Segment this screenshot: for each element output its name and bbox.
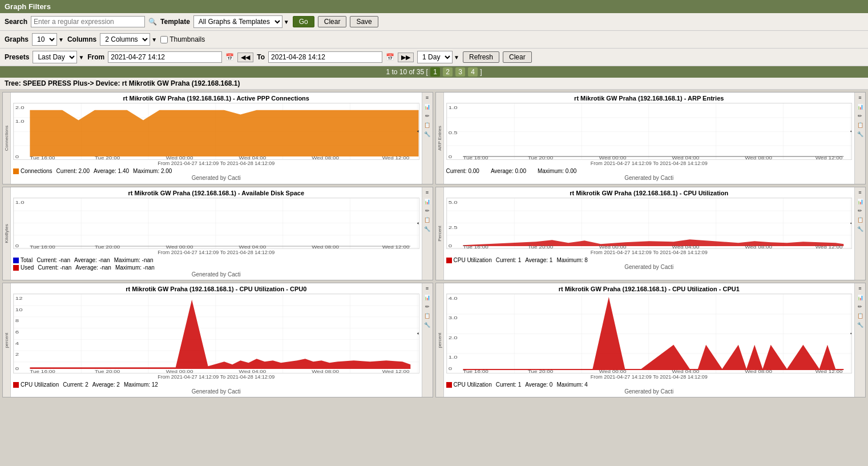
svg-text:1.0: 1.0: [448, 355, 457, 360]
from-date-input[interactable]: [108, 51, 222, 63]
thumbnails-checkbox-label[interactable]: Thumbnails: [160, 35, 205, 43]
icon-menu-4[interactable]: ≡: [856, 188, 864, 196]
y-label-6: percent: [437, 332, 442, 348]
graph-legend-5: CPU Utilization Current: 2 Average: 2 Ma…: [13, 381, 419, 388]
columns-select[interactable]: 2 Columns: [100, 33, 150, 46]
to-date-input[interactable]: [268, 51, 382, 63]
pagination-text: 1 to 10 of 35 [: [386, 68, 427, 76]
icon-copy-2[interactable]: 📋: [856, 121, 864, 129]
svg-text:10: 10: [15, 307, 23, 312]
icon-edit-4[interactable]: ✏: [856, 207, 864, 215]
graphs-select[interactable]: 10: [32, 33, 57, 46]
icon-chart-6[interactable]: 📊: [856, 294, 864, 302]
icon-menu-2[interactable]: ≡: [856, 94, 864, 102]
page-3[interactable]: 3: [455, 67, 465, 77]
next-arrow[interactable]: ▶▶: [398, 53, 414, 62]
clear-button-2[interactable]: Clear: [503, 51, 532, 63]
icon-copy-1[interactable]: 📋: [423, 121, 431, 129]
svg-text:Tue 20:00: Tue 20:00: [527, 369, 553, 373]
icon-menu-6[interactable]: ≡: [856, 284, 864, 292]
icon-edit-2[interactable]: ✏: [856, 112, 864, 120]
graph-date-2: From 2021-04-27 14:12:09 To 2021-04-28 1…: [446, 160, 853, 166]
svg-text:Wed 04:00: Wed 04:00: [672, 245, 699, 248]
graph-card-5: percent rt Mikrotik GW Praha (192.168.16…: [2, 283, 433, 397]
icon-edit-1[interactable]: ✏: [423, 112, 431, 120]
icon-edit-5[interactable]: ✏: [423, 303, 431, 311]
graph-sidebar-3: KiloBytes: [3, 187, 11, 280]
graph-card-6: percent rt Mikrotik GW Praha (192.168.16…: [435, 283, 866, 397]
icon-copy-3[interactable]: 📋: [423, 216, 431, 224]
icon-chart-3[interactable]: 📊: [423, 198, 431, 206]
graph-title-5: rt Mikrotik GW Praha (192.168.168.1) - C…: [13, 286, 419, 292]
columns-arrow: ▼: [151, 37, 157, 43]
presets-select[interactable]: Last Day: [33, 51, 77, 63]
svg-text:2.0: 2.0: [448, 335, 457, 340]
tree-bar: Tree: SPEED PRESS Plus-> Device: rt Mikr…: [0, 78, 868, 90]
page-1[interactable]: 1: [430, 67, 440, 77]
filter-row-3: Presets Last Day ▼ From 📅 ◀◀ To 📅 ▶▶ 1 D…: [0, 49, 868, 66]
svg-text:Wed 00:00: Wed 00:00: [599, 245, 626, 248]
clear-button-1[interactable]: Clear: [318, 16, 347, 27]
icon-chart-4[interactable]: 📊: [856, 198, 864, 206]
template-select[interactable]: All Graphs & Templates: [193, 15, 282, 28]
icon-wrench-2[interactable]: 🔧: [856, 130, 864, 138]
graph-card-4: Percent rt Mikrotik GW Praha (192.168.16…: [435, 187, 866, 280]
page-4[interactable]: 4: [468, 67, 478, 77]
prev-arrow[interactable]: ◀◀: [237, 53, 253, 62]
icon-wrench-3[interactable]: 🔧: [423, 225, 431, 233]
icon-wrench-4[interactable]: 🔧: [856, 225, 864, 233]
icon-copy-6[interactable]: 📋: [856, 312, 864, 320]
icon-chart-2[interactable]: 📊: [856, 103, 864, 111]
icon-wrench-6[interactable]: 🔧: [856, 321, 864, 329]
svg-text:3.0: 3.0: [448, 315, 457, 320]
icon-menu-5[interactable]: ≡: [423, 284, 431, 292]
svg-text:2: 2: [15, 352, 19, 357]
to-calendar-icon[interactable]: 📅: [386, 53, 394, 61]
svg-text:12: 12: [15, 296, 23, 301]
svg-text:Wed 04:00: Wed 04:00: [239, 369, 266, 373]
page-2[interactable]: 2: [443, 67, 453, 77]
graph-right-icons-2: ≡ 📊 ✏ 📋 🔧: [854, 93, 865, 184]
icon-copy-5[interactable]: 📋: [423, 312, 431, 320]
from-calendar-icon[interactable]: 📅: [225, 53, 234, 61]
icon-edit-3[interactable]: ✏: [423, 207, 431, 215]
icon-wrench-1[interactable]: 🔧: [423, 130, 431, 138]
svg-rect-36: [447, 198, 852, 248]
svg-text:Tue 20:00: Tue 20:00: [95, 245, 120, 248]
icon-copy-4[interactable]: 📋: [856, 216, 864, 224]
graph-sidebar-2: ARP Entries: [436, 93, 444, 184]
search-label: Search: [5, 18, 27, 26]
save-button[interactable]: Save: [350, 16, 378, 27]
svg-text:0.5: 0.5: [448, 130, 457, 135]
go-button[interactable]: Go: [293, 16, 314, 27]
svg-text:Tue 16:00: Tue 16:00: [30, 245, 55, 248]
interval-select[interactable]: 1 Day: [417, 51, 453, 63]
icon-menu-1[interactable]: ≡: [423, 94, 431, 102]
graph-right-icons-6: ≡ 📊 ✏ 📋 🔧: [854, 283, 865, 397]
svg-text:Wed 04:00: Wed 04:00: [672, 369, 699, 373]
graph-generated-4: Generated by Cacti: [446, 264, 853, 270]
graph-date-5: From 2021-04-27 14:12:09 To 2021-04-28 1…: [13, 374, 419, 380]
svg-text:Wed 08:00: Wed 08:00: [745, 369, 772, 373]
icon-chart-5[interactable]: 📊: [423, 294, 431, 302]
icon-menu-3[interactable]: ≡: [423, 188, 431, 196]
svg-text:Wed 08:00: Wed 08:00: [312, 156, 339, 159]
svg-text:2.0: 2.0: [15, 105, 25, 110]
icon-chart-1[interactable]: 📊: [423, 103, 431, 111]
header-title: Graph Filters: [5, 2, 51, 11]
graphs-arrow: ▼: [58, 37, 64, 43]
graph-date-6: From 2021-04-27 14:12:09 To 2021-04-28 1…: [446, 374, 853, 380]
graph-legend-6: CPU Utilization Current: 1 Average: 0 Ma…: [446, 381, 853, 388]
svg-text:Tue 20:00: Tue 20:00: [527, 245, 553, 248]
graph-sidebar-6: percent: [436, 283, 444, 397]
svg-text:Tue 20:00: Tue 20:00: [527, 156, 553, 159]
svg-text:Tue 20:00: Tue 20:00: [95, 156, 120, 159]
thumbnails-checkbox[interactable]: [160, 36, 168, 43]
refresh-button[interactable]: Refresh: [463, 51, 499, 63]
icon-edit-6[interactable]: ✏: [856, 303, 864, 311]
icon-wrench-5[interactable]: 🔧: [423, 321, 431, 329]
graph-title-6: rt Mikrotik GW Praha (192.168.168.1) - C…: [446, 286, 853, 292]
graph-generated-2: Generated by Cacti: [446, 175, 853, 181]
search-input[interactable]: [31, 16, 145, 27]
y-label-5: percent: [4, 332, 9, 348]
